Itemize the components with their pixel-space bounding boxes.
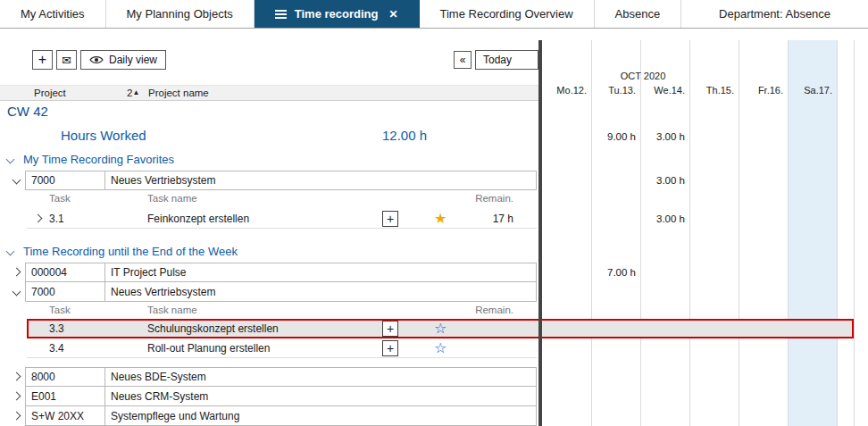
- project-code-cell[interactable]: E001: [26, 387, 105, 405]
- sort-indicator[interactable]: 2▲: [127, 88, 139, 98]
- grid-rows: CW 42 Hours Worked 12.00 h 9.00 h 3.00 h…: [0, 101, 868, 426]
- tab-department-absence[interactable]: Department: Absence: [681, 0, 868, 28]
- day-header-th[interactable]: Th.15.: [690, 85, 739, 99]
- section-header-week[interactable]: Time Recording until the End of the Week: [0, 241, 868, 263]
- chevron-down-icon[interactable]: [13, 176, 21, 185]
- project-row: 000004 IT Project Pulse 7.00 h: [0, 263, 868, 282]
- row-spacer: [0, 358, 868, 367]
- chevron-left-icon: «: [460, 54, 466, 66]
- project-name-cell[interactable]: Neues CRM-System: [105, 387, 536, 405]
- chevron-down-icon[interactable]: [6, 155, 15, 164]
- chevron-right-icon[interactable]: [13, 372, 21, 381]
- remaining-hours: 17 h: [451, 213, 513, 225]
- column-header-task: Task: [49, 193, 71, 204]
- tab-label: Absence: [615, 7, 661, 21]
- project-row: 7000 Neues Vertriebsystem: [0, 282, 868, 302]
- close-icon[interactable]: ✕: [388, 8, 397, 21]
- column-header-project[interactable]: Project: [34, 88, 66, 98]
- week-row: CW 42: [0, 101, 868, 124]
- task-header-row: Task Task name Remain.: [0, 302, 868, 319]
- tab-my-activities[interactable]: My Activities: [0, 0, 106, 28]
- previous-period-button[interactable]: «: [454, 51, 472, 69]
- today-button[interactable]: Today: [475, 50, 538, 70]
- hours-worked-row: Hours Worked 12.00 h 9.00 h 3.00 h: [0, 124, 868, 149]
- month-label: OCT 2020: [588, 71, 698, 81]
- task-row: 3.4 Roll-out Planung erstellen + ☆: [0, 338, 868, 358]
- today-label: Today: [483, 54, 512, 66]
- project-cells: 7000 Neues Vertriebsystem: [25, 171, 537, 190]
- sort-arrow-icon: ▲: [132, 88, 139, 96]
- add-time-entry-button[interactable]: +: [382, 211, 398, 227]
- tab-time-recording[interactable]: Time recording ✕: [255, 0, 420, 28]
- project-code-cell[interactable]: 7000: [26, 171, 105, 189]
- mail-button[interactable]: ✉: [56, 50, 77, 70]
- grid-header: Project 2▲ Project name: [0, 85, 538, 101]
- hours-cell-we[interactable]: 3.00 h: [641, 171, 690, 190]
- envelope-icon: ✉: [62, 54, 71, 67]
- task-id[interactable]: 3.3: [49, 322, 64, 335]
- tab-label: My Activities: [21, 7, 85, 21]
- project-code-cell[interactable]: S+W 20XX: [26, 406, 105, 425]
- tab-label: Time Recording Overview: [440, 7, 573, 21]
- task-header-row: Task Task name Remain.: [0, 190, 868, 209]
- project-code-cell[interactable]: 8000: [26, 368, 105, 386]
- favorite-star-outline-icon[interactable]: ☆: [434, 338, 447, 358]
- task-row-selected[interactable]: 3.3 Schulungskonzept erstellen + ☆: [0, 319, 868, 338]
- task-name[interactable]: Roll-out Planung erstellen: [147, 342, 270, 355]
- project-cells: 000004 IT Project Pulse: [25, 263, 537, 282]
- daily-view-button[interactable]: Daily view: [80, 50, 166, 70]
- chevron-right-icon[interactable]: [13, 392, 21, 401]
- column-header-remain: Remain.: [451, 305, 513, 315]
- favorite-star-icon[interactable]: ★: [434, 209, 447, 229]
- project-cells: 7000 Neues Vertriebsystem: [25, 282, 537, 302]
- add-time-entry-button[interactable]: +: [382, 340, 398, 356]
- day-header-mo[interactable]: Mo.12.: [543, 85, 592, 99]
- hours-cell-we[interactable]: 3.00 h: [641, 209, 690, 229]
- tab-my-planning-objects[interactable]: My Planning Objects: [106, 0, 255, 28]
- day-header-sa[interactable]: Sa.17.: [789, 85, 838, 99]
- hours-cell-tu[interactable]: 7.00 h: [592, 263, 641, 282]
- day-header-tu[interactable]: Tu.13.: [592, 85, 641, 99]
- day-header-we[interactable]: We.14.: [641, 85, 690, 99]
- project-cells: 8000 Neues BDE-System: [25, 367, 537, 387]
- row-spacer: [0, 229, 868, 241]
- project-name-cell[interactable]: IT Project Pulse: [105, 263, 536, 281]
- task-id[interactable]: 3.1: [49, 213, 64, 225]
- project-code-cell[interactable]: 000004: [26, 263, 105, 281]
- tab-label: Time recording: [295, 7, 379, 21]
- task-name[interactable]: Schulungskonzept erstellen: [147, 322, 279, 335]
- favorite-star-outline-icon[interactable]: ☆: [434, 319, 447, 338]
- task-id[interactable]: 3.4: [49, 342, 64, 355]
- main-content: + ✉ Daily view « Today OCT 2020 Mo.12. T…: [0, 29, 868, 426]
- project-name-cell[interactable]: Systempflege und Wartung: [105, 406, 536, 425]
- column-header-task-name: Task name: [147, 305, 197, 315]
- task-name[interactable]: Feinkonzept erstellen: [147, 213, 249, 225]
- chevron-down-icon[interactable]: [13, 288, 21, 297]
- panel-splitter[interactable]: [538, 40, 542, 426]
- column-header-project-name[interactable]: Project name: [148, 88, 209, 98]
- project-name-cell[interactable]: Neues BDE-System: [105, 368, 536, 386]
- column-header-task-name: Task name: [147, 193, 197, 204]
- hours-worked-total: 12.00 h: [382, 128, 427, 143]
- chevron-down-icon[interactable]: [6, 247, 15, 256]
- add-time-entry-button[interactable]: +: [382, 321, 398, 337]
- hours-total-cell-tu: 9.00 h: [592, 124, 641, 149]
- tab-label: My Planning Objects: [127, 7, 233, 21]
- tab-absence[interactable]: Absence: [595, 0, 682, 28]
- chevron-right-icon[interactable]: [13, 412, 21, 421]
- tab-time-recording-overview[interactable]: Time Recording Overview: [420, 0, 595, 28]
- day-header-fr[interactable]: Fr.16.: [739, 85, 789, 99]
- time-recording-app: My Activities My Planning Objects Time r…: [0, 0, 868, 426]
- chevron-right-icon[interactable]: [13, 268, 21, 277]
- project-name-cell[interactable]: Neues Vertriebsystem: [105, 171, 536, 189]
- project-name-cell[interactable]: Neues Vertriebsystem: [105, 282, 536, 301]
- plus-icon: +: [38, 52, 46, 68]
- chevron-right-icon[interactable]: [34, 214, 43, 223]
- section-header-favorites[interactable]: My Time Recording Favorites: [0, 149, 868, 171]
- add-button[interactable]: +: [32, 50, 53, 70]
- menu-icon[interactable]: [275, 10, 287, 19]
- eye-icon: [89, 55, 104, 64]
- project-row: 8000 Neues BDE-System: [0, 367, 868, 387]
- project-code-cell[interactable]: 7000: [26, 282, 105, 301]
- tab-label: Department: Absence: [719, 7, 830, 21]
